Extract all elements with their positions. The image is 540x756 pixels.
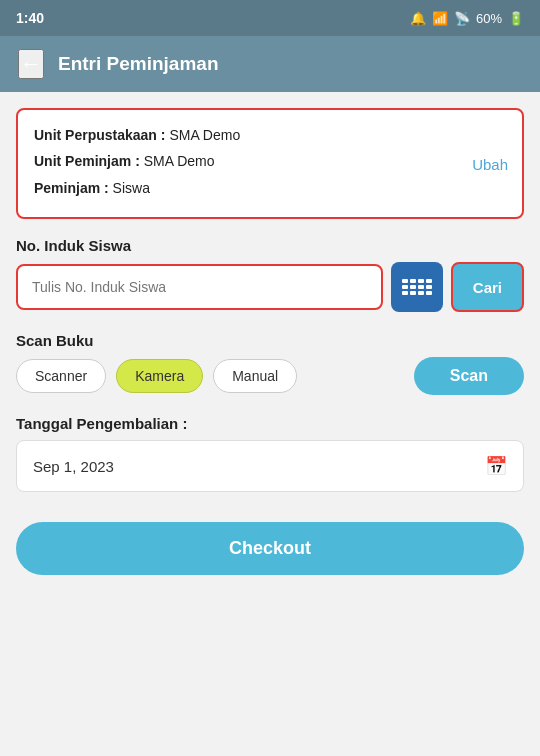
scan-option-manual[interactable]: Manual (213, 359, 297, 393)
page-title: Entri Peminjaman (58, 53, 219, 75)
unit-peminjam-line: Unit Peminjam : SMA Demo (34, 150, 506, 172)
cari-button[interactable]: Cari (451, 262, 524, 312)
wifi-icon: 📶 (432, 11, 448, 26)
checkout-button[interactable]: Checkout (16, 522, 524, 575)
peminjam-value: Siswa (113, 180, 150, 196)
scan-option-scanner[interactable]: Scanner (16, 359, 106, 393)
signal-icon: 📡 (454, 11, 470, 26)
back-button[interactable]: ← (18, 49, 44, 79)
nis-row: Cari (16, 262, 524, 312)
scan-section: Scan Buku Scanner Kamera Manual Scan (16, 332, 524, 395)
app-header: ← Entri Peminjaman (0, 36, 540, 92)
tanggal-value: Sep 1, 2023 (33, 458, 114, 475)
unit-peminjam-label: Unit Peminjam : (34, 153, 144, 169)
peminjam-line: Peminjam : Siswa (34, 177, 506, 199)
peminjam-label: Peminjam : (34, 180, 113, 196)
info-card: Unit Perpustakaan : SMA Demo Unit Peminj… (16, 108, 524, 219)
scan-option-kamera[interactable]: Kamera (116, 359, 203, 393)
keyboard-button[interactable] (391, 262, 443, 312)
nis-input[interactable] (16, 264, 383, 310)
scan-options-row: Scanner Kamera Manual Scan (16, 357, 524, 395)
unit-peminjam-value: SMA Demo (144, 153, 215, 169)
unit-perpustakaan-value: SMA Demo (169, 127, 240, 143)
scan-button[interactable]: Scan (414, 357, 524, 395)
battery-icon: 🔋 (508, 11, 524, 26)
nis-section-label: No. Induk Siswa (16, 237, 524, 254)
unit-perpustakaan-label: Unit Perpustakaan : (34, 127, 169, 143)
calendar-icon: 📅 (485, 455, 507, 477)
status-time: 1:40 (16, 10, 44, 26)
tanggal-section-label: Tanggal Pengembalian : (16, 415, 524, 432)
ubah-button[interactable]: Ubah (472, 155, 508, 172)
battery-text: 60% (476, 11, 502, 26)
tanggal-field[interactable]: Sep 1, 2023 📅 (16, 440, 524, 492)
keyboard-icon (402, 279, 432, 295)
scan-section-label: Scan Buku (16, 332, 524, 349)
status-bar: 1:40 🔔 📶 📡 60% 🔋 (0, 0, 540, 36)
status-icons: 🔔 📶 📡 60% 🔋 (410, 11, 524, 26)
tanggal-section: Tanggal Pengembalian : Sep 1, 2023 📅 (16, 415, 524, 492)
alarm-icon: 🔔 (410, 11, 426, 26)
unit-perpustakaan-line: Unit Perpustakaan : SMA Demo (34, 124, 506, 146)
main-content: Unit Perpustakaan : SMA Demo Unit Peminj… (0, 92, 540, 591)
